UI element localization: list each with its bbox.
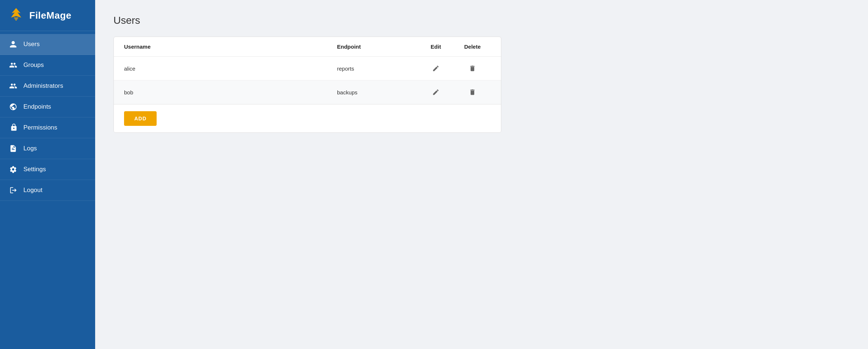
sidebar-item-groups[interactable]: Groups xyxy=(0,55,95,76)
svg-rect-2 xyxy=(15,19,18,19)
sidebar-item-endpoints-label: Endpoints xyxy=(23,103,51,110)
sidebar-item-administrators-label: Administrators xyxy=(23,82,63,90)
globe-icon xyxy=(9,102,18,111)
card-footer: ADD xyxy=(114,104,501,132)
page-title: Users xyxy=(113,15,850,26)
endpoint-cell: reports xyxy=(337,65,418,72)
endpoint-cell: backups xyxy=(337,89,418,95)
svg-marker-0 xyxy=(11,8,21,18)
add-user-button[interactable]: ADD xyxy=(124,111,157,126)
logout-icon xyxy=(9,186,18,195)
edit-cell xyxy=(418,87,454,97)
delete-button[interactable] xyxy=(467,87,478,97)
logo-icon xyxy=(7,7,25,24)
group-icon xyxy=(9,61,18,70)
delete-button[interactable] xyxy=(467,63,478,74)
sidebar-item-settings[interactable]: Settings xyxy=(0,159,95,180)
sidebar-item-permissions[interactable]: Permissions xyxy=(0,117,95,138)
app-name: FileMage xyxy=(29,10,71,21)
sidebar-item-logout[interactable]: Logout xyxy=(0,180,95,201)
edit-button[interactable] xyxy=(431,87,441,97)
delete-cell xyxy=(454,87,491,97)
sidebar-item-logs-label: Logs xyxy=(23,145,37,152)
col-header-edit: Edit xyxy=(418,44,454,50)
sidebar-item-logout-label: Logout xyxy=(23,187,42,194)
edit-cell xyxy=(418,63,454,74)
sidebar-nav: Users Groups Administrators Endpoints xyxy=(0,31,95,201)
sidebar-item-endpoints[interactable]: Endpoints xyxy=(0,97,95,117)
sidebar-item-settings-label: Settings xyxy=(23,166,46,173)
col-header-endpoint: Endpoint xyxy=(337,44,418,50)
logs-icon xyxy=(9,144,18,153)
svg-rect-3 xyxy=(15,20,17,20)
col-header-delete: Delete xyxy=(454,44,491,50)
user-icon xyxy=(9,40,18,49)
users-table: Username Endpoint Edit Delete alice repo… xyxy=(114,37,501,104)
admin-icon xyxy=(9,82,18,90)
username-cell: alice xyxy=(124,65,337,72)
delete-cell xyxy=(454,63,491,74)
svg-rect-1 xyxy=(14,18,18,18)
logo: FileMage xyxy=(0,0,95,31)
sidebar-item-users[interactable]: Users xyxy=(0,34,95,55)
sidebar-item-permissions-label: Permissions xyxy=(23,124,57,131)
sidebar-item-administrators[interactable]: Administrators xyxy=(0,76,95,97)
table-row: bob backups xyxy=(114,80,501,104)
permissions-icon xyxy=(9,123,18,132)
sidebar-item-groups-label: Groups xyxy=(23,61,44,69)
table-header-row: Username Endpoint Edit Delete xyxy=(114,37,501,57)
table-row: alice reports xyxy=(114,57,501,80)
sidebar-item-logs[interactable]: Logs xyxy=(0,138,95,159)
edit-button[interactable] xyxy=(431,63,441,74)
main-content: Users Username Endpoint Edit Delete alic… xyxy=(95,0,868,349)
sidebar: FileMage Users Groups Administrators xyxy=(0,0,95,349)
sidebar-item-users-label: Users xyxy=(23,41,40,48)
settings-icon xyxy=(9,165,18,174)
username-cell: bob xyxy=(124,89,337,95)
users-card: Username Endpoint Edit Delete alice repo… xyxy=(113,37,501,133)
col-header-username: Username xyxy=(124,44,337,50)
